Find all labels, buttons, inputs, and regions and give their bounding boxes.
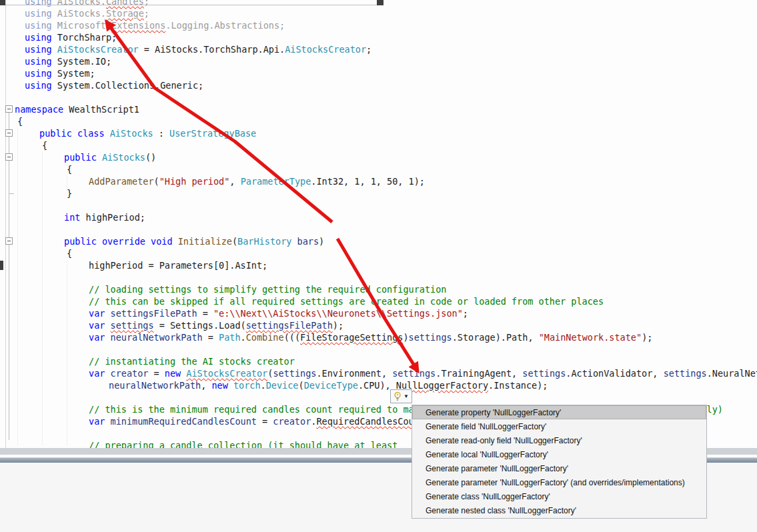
code-line[interactable]: // preparing a candle collection (it sho… xyxy=(89,439,398,448)
code-line[interactable]: // this can be skipped if all required s… xyxy=(89,295,604,307)
code-line[interactable]: public override void Initialize(BarHisto… xyxy=(64,235,324,247)
code-line[interactable]: // instantiating the AI stocks creator xyxy=(89,355,295,367)
code-area[interactable]: using AiStocks.Candles;using AiStocks.St… xyxy=(0,0,757,448)
lightbulb-dropdown-arrow-icon[interactable]: ▼ xyxy=(404,394,409,399)
code-line[interactable]: using TorchSharp; xyxy=(25,31,117,43)
code-line[interactable]: using System.IO; xyxy=(25,55,111,67)
annotation-resize-handle xyxy=(0,261,3,270)
code-line[interactable]: var creator = new AiStocksCreator(settin… xyxy=(89,367,757,379)
menu-item[interactable]: Generate local 'NullLoggerFactory' xyxy=(412,447,706,461)
menu-item[interactable]: Generate nested class 'NullLoggerFactory… xyxy=(412,504,706,518)
menu-item[interactable]: Generate parameter 'NullLoggerFactory' xyxy=(412,462,706,476)
quick-actions-lightbulb-button[interactable]: ▼ xyxy=(390,389,412,403)
menu-item[interactable]: Generate class 'NullLoggerFactory' xyxy=(412,490,706,504)
menu-item[interactable]: Generate parameter 'NullLoggerFactory' (… xyxy=(412,476,706,490)
code-line[interactable]: } xyxy=(67,187,72,199)
code-line[interactable]: { xyxy=(67,247,72,259)
code-line[interactable]: // loading settings to simplify getting … xyxy=(89,283,446,295)
code-line[interactable]: var settingsFilePath = "e:\\Next\\AiStoc… xyxy=(89,307,468,319)
code-line[interactable]: using System; xyxy=(25,67,95,79)
code-line[interactable]: public class AiStocks : UserStrategyBase xyxy=(39,127,256,139)
code-line[interactable]: public AiStocks() xyxy=(64,151,156,163)
code-line[interactable]: using Microsoft.Extensions.Logging.Abstr… xyxy=(25,19,285,31)
quick-actions-menu: Generate property 'NullLoggerFactory'Gen… xyxy=(412,405,707,519)
code-line[interactable]: namespace WealthScript1 xyxy=(15,103,139,115)
code-line[interactable]: var settings = Settings.Load(settingsFil… xyxy=(89,319,343,331)
annotation-selection-line xyxy=(0,5,382,5)
code-line[interactable]: using System.Collections.Generic; xyxy=(25,79,203,91)
code-line[interactable]: using AiStocks.Storage; xyxy=(25,7,149,19)
code-line[interactable]: using AiStocksCreator = AiStocks.TorchSh… xyxy=(25,43,371,55)
code-editor[interactable]: using AiStocks.Candles;using AiStocks.St… xyxy=(0,0,757,448)
menu-item[interactable]: Generate property 'NullLoggerFactory' xyxy=(412,405,706,419)
lightbulb-icon xyxy=(394,391,402,401)
code-line[interactable]: using AiStocks.Candles; xyxy=(25,0,149,7)
code-line[interactable]: { xyxy=(67,163,72,175)
code-line[interactable]: { xyxy=(17,115,23,127)
screenshot-canvas: using AiStocks.Candles;using AiStocks.St… xyxy=(0,0,757,532)
annotation-resize-handle xyxy=(0,0,5,5)
menu-item[interactable]: Generate field 'NullLoggerFactory' xyxy=(412,419,706,433)
code-line[interactable]: neuralNetworkPath, new torch.Device(Devi… xyxy=(109,379,548,391)
annotation-resize-handle xyxy=(377,0,384,5)
code-line[interactable]: highPeriod = Parameters[0].AsInt; xyxy=(89,259,267,271)
code-line[interactable]: int highPeriod; xyxy=(64,211,145,223)
code-line[interactable]: { xyxy=(42,139,47,151)
code-line[interactable]: var minimumRequiredCandlesCount = creato… xyxy=(89,415,430,427)
menu-item[interactable]: Generate read-only field 'NullLoggerFact… xyxy=(412,433,706,447)
code-line[interactable]: AddParameter("High period", ParameterTyp… xyxy=(89,175,425,187)
code-line[interactable]: var neuralNetworkPath = Path.Combine(((F… xyxy=(89,331,652,343)
